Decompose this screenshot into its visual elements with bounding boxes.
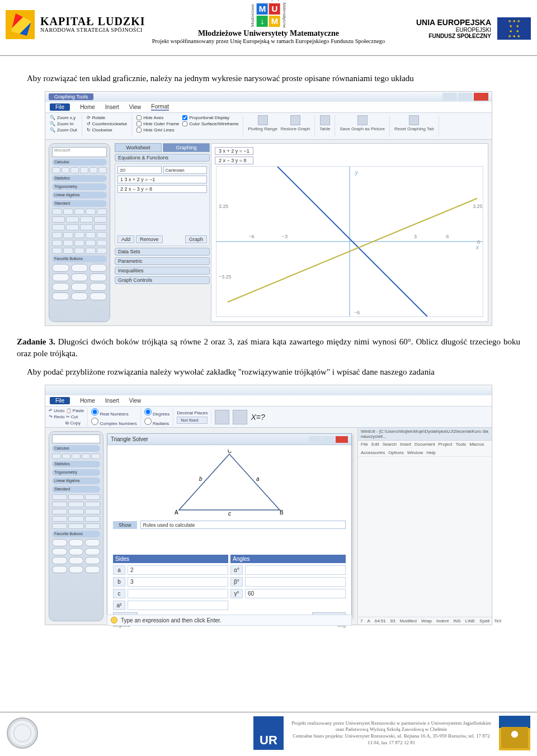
svg-text:−3.25: −3.25 (219, 274, 232, 280)
svg-text:3: 3 (414, 234, 417, 239)
degrees-radio[interactable] (144, 408, 152, 415)
angle-b-input[interactable] (245, 577, 346, 587)
accordion-datasets[interactable]: Data Sets (115, 248, 210, 256)
task-body: Długości dwóch boków trójkąta są równe 2… (17, 337, 520, 358)
table-button[interactable]: Table (319, 115, 330, 137)
accordion-inequalities[interactable]: Inequalities (115, 267, 210, 275)
footer-line2: Centralne biuro projektu: Uniwersytet Rz… (290, 733, 492, 746)
zoom-xy[interactable]: 🔍Zoom x,y (50, 115, 77, 120)
tab-graphing[interactable]: Graphing (163, 143, 210, 152)
paragraph-task: Zadanie 3. Długości dwóch boków trójkąta… (17, 336, 520, 360)
zoom-out[interactable]: 🔍Zoom Out (50, 127, 77, 133)
select-cartesian[interactable]: Cartesian (163, 166, 208, 174)
kl-subtitle: NARODOWA STRATEGIA SPÓJNOŚCI (40, 27, 145, 34)
header-angles: Angles (230, 555, 346, 563)
calc-section-favorite[interactable]: Favorite Buttons (52, 256, 107, 262)
side-c-input[interactable] (128, 589, 228, 598)
accordion-equations[interactable]: Equations & Functions (115, 154, 210, 162)
app-menu: File Home Insert View Format (45, 102, 492, 113)
graph-eq-label-2: 2 x − 3 y = 8 (215, 157, 253, 164)
reset-icon (409, 115, 419, 125)
close-icon[interactable] (474, 93, 488, 101)
solve-x-icon[interactable]: X=? (251, 413, 265, 422)
save-graph-button[interactable]: Save Graph as Picture (340, 115, 384, 137)
menu-view[interactable]: View (129, 398, 142, 404)
equation-2-input[interactable]: 2 2 x − 3 y = 8 (117, 185, 207, 193)
calc-section-statistics[interactable]: Statistics (52, 175, 107, 182)
area-input[interactable] (128, 601, 228, 610)
decimal-select[interactable]: Not fixed (177, 417, 208, 424)
winedt-statusbar: 7 A 64:51 83 Modified Wrap Indent INS LI… (358, 617, 492, 625)
complex-numbers-radio[interactable] (91, 418, 98, 425)
lightbulb-icon (111, 617, 117, 623)
menu-view[interactable]: View (129, 104, 142, 110)
cw[interactable]: ↻Clockwise (87, 127, 128, 133)
calc-section-standard[interactable]: Standard (52, 200, 107, 207)
paragraph-3: Aby podać przybliżone rozwiązania należy… (17, 366, 520, 378)
remove-button[interactable]: Remove (136, 235, 163, 243)
calc-section-calculus[interactable]: Calculus (52, 159, 107, 166)
show-select[interactable]: Rules used to calculate (140, 521, 346, 529)
kl-title: KAPITAŁ LUDZKI (40, 16, 145, 27)
minimize-icon[interactable] (309, 436, 321, 443)
triangle-diagram: C A B a b c (107, 445, 351, 521)
svg-text:−6: −6 (354, 310, 360, 315)
hide-grid-check[interactable]: Hide Grid Lines (136, 127, 179, 133)
restore-graph-button[interactable]: Restore Graph (281, 115, 310, 137)
radians-radio[interactable] (144, 418, 152, 425)
plotting-range-button[interactable]: Plotting Range (248, 115, 277, 137)
ccw[interactable]: ↺Counterclockwise (87, 121, 128, 126)
graph-eq-label-1: 3 x + 2 y = −1 (215, 147, 253, 155)
header-center: Uniwersytety Młodzieżowe Matematyczne MU… (152, 2, 385, 44)
graph-button[interactable]: Graph (185, 235, 207, 243)
triangle-solver-title: Triangle Solver (111, 436, 148, 442)
pencil-icon[interactable] (233, 410, 247, 424)
equation-1-input[interactable]: 1 3 x + 2 y = −1 (117, 176, 207, 183)
rotate[interactable]: ⟳Rotate (87, 115, 128, 120)
svg-text:B: B (280, 509, 284, 516)
prop-display-check[interactable]: Proportional Display (182, 115, 238, 120)
calc-section-linear-algebra[interactable]: Linear Algebra (52, 192, 107, 199)
real-numbers-radio[interactable] (91, 408, 98, 415)
color-surface-check[interactable]: Color Surface/Wireframe (182, 121, 238, 126)
menu-file[interactable]: File (50, 103, 70, 111)
close-icon[interactable] (336, 436, 348, 443)
crosshair-icon (258, 115, 268, 125)
menu-insert[interactable]: Insert (105, 104, 119, 110)
header-sides: Sides (113, 555, 228, 563)
calc-section-trigonometry[interactable]: Trigonometry (52, 183, 107, 190)
hide-frame-check[interactable]: Hide Outer Frame (136, 121, 179, 126)
calc-screen-brand: Microsoft (52, 147, 107, 157)
window-titlebar: Graphing Tools (45, 92, 492, 102)
equations-panel: Worksheet Graphing Equations & Functions… (115, 143, 210, 322)
side-b-input[interactable]: 3 (128, 577, 228, 587)
angle-a-input[interactable] (245, 565, 346, 575)
side-a-input[interactable]: 2 (128, 565, 228, 575)
maximize-icon[interactable] (322, 436, 335, 443)
add-button[interactable]: Add (117, 235, 134, 243)
zoom-in[interactable]: 🔍Zoom In (50, 121, 77, 126)
book-icon[interactable] (215, 410, 229, 424)
menu-file[interactable]: File (50, 397, 70, 404)
accordion-graph-controls[interactable]: Graph Controls (115, 276, 210, 284)
graph-canvas[interactable]: 3 x + 2 y = −1 2 x − 3 y = 8 −3 3 −6 6 3… (211, 143, 488, 322)
app-menu-2: File Home Insert View (45, 395, 492, 407)
select-2d[interactable]: 2D (117, 166, 162, 174)
menu-home[interactable]: Home (80, 398, 95, 404)
maximize-icon[interactable] (458, 93, 473, 101)
svg-text:b: b (199, 476, 202, 482)
menu-home[interactable]: Home (80, 104, 95, 110)
menu-format[interactable]: Format (151, 103, 169, 111)
hide-axes-check[interactable]: Hide Axes (136, 115, 179, 120)
angle-c-input[interactable]: 60 (245, 589, 346, 598)
ribbon-2: ↶ Undo 📋 Paste ↷ Redo ✂ Cut ⧉ Copy Real … (45, 407, 492, 428)
accordion-parametric[interactable]: Parametric (115, 257, 210, 265)
ribbon: 🔍Zoom x,y 🔍Zoom In 🔍Zoom Out ⟳Rotate ↺Co… (45, 113, 492, 140)
reset-tab-button[interactable]: Reset Graphing Tab (394, 115, 434, 137)
minimize-icon[interactable] (442, 93, 457, 101)
crest-icon (7, 717, 38, 749)
ur-logo-icon: UR (253, 716, 284, 750)
triangle-solver-window: Triangle Solver C A B a b (107, 433, 352, 618)
menu-insert[interactable]: Insert (105, 398, 119, 404)
tab-worksheet[interactable]: Worksheet (115, 143, 162, 152)
